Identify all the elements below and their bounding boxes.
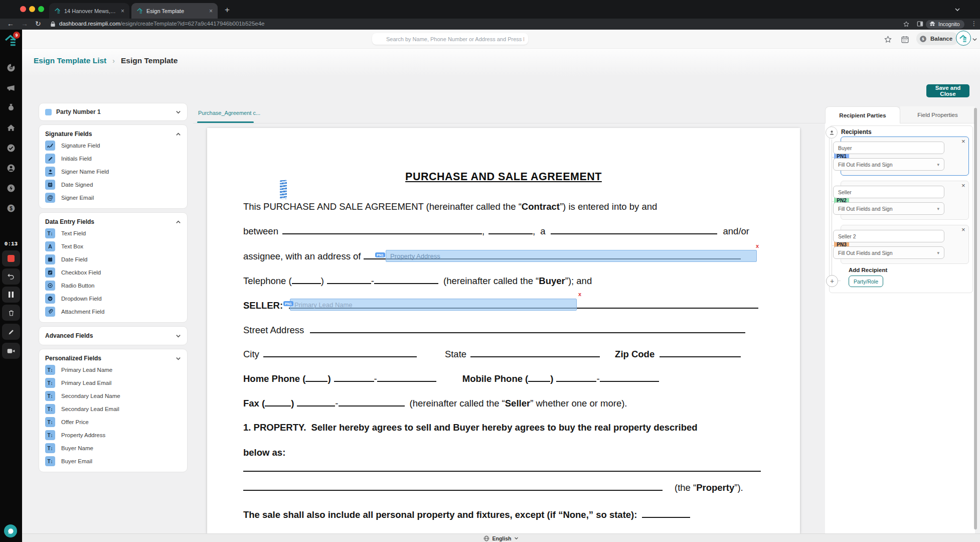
recipients-person-icon [826,126,838,139]
recipient-3-role-select[interactable]: Fill Out Fields and Sign▾ [833,246,944,259]
recipient-1-name-input[interactable] [833,142,944,154]
party-selector[interactable]: Party Number 1 [39,103,188,121]
money-bag-icon[interactable] [6,103,16,113]
recording-restart-button[interactable] [2,268,20,285]
automation-bolt-icon[interactable] [6,183,16,193]
url-text[interactable]: dashboard.resimpli.com/esign/createTempl… [59,21,265,27]
contacts-person-icon[interactable] [6,163,16,173]
bookmark-star-icon[interactable] [903,21,910,28]
field-delete-icon[interactable]: x [578,292,581,297]
reload-icon[interactable]: ↻ [35,20,41,27]
field-item-signer-email[interactable]: @ Signer Email [45,191,181,204]
browser-menu-icon[interactable]: ⋮ [971,20,977,27]
doc-line-1: This PURCHASE AND SALE AGREEMENT (herein… [243,201,765,212]
field-item-text-box[interactable]: A Text Box [45,240,181,253]
campaigns-icon[interactable] [6,83,16,93]
finance-dollar-icon[interactable]: $ [6,203,16,213]
field-item-text-field[interactable]: T↕ Text Field [45,227,181,240]
field-item-offer-price[interactable]: T↕Offer Price [45,416,181,429]
properties-home-icon[interactable] [6,123,16,133]
mac-zoom-button[interactable] [38,6,44,12]
calendar-button[interactable] [898,33,911,46]
field-item-buyer-email[interactable]: T↕Buyer Email [45,455,181,468]
data-entry-fields-header[interactable]: Data Entry Fields [45,217,181,227]
forward-icon[interactable]: → [21,20,28,27]
add-recipient-plus-button[interactable]: + [826,275,838,287]
language-label[interactable]: English [493,535,512,541]
account-avatar[interactable] [956,31,971,46]
party-role-button[interactable]: Party/Role [849,276,883,287]
field-item-property-address[interactable]: T↕Property Address [45,429,181,442]
breadcrumb-link-template-list[interactable]: Esign Template List [34,56,106,65]
signature-scribble-field[interactable] [280,180,287,200]
recipient-2-remove-icon[interactable]: × [961,183,965,189]
annotate-pen-button[interactable] [2,324,20,340]
balance-button[interactable]: $ Balance [916,32,958,45]
dollar-circle-icon: $ [919,35,927,43]
field-item-signer-name[interactable]: Signer Name Field [45,165,181,178]
save-and-close-button[interactable]: Save and Close [926,84,969,97]
field-item-buyer-name[interactable]: T↕Buyer Name [45,442,181,455]
recipient-1-role-select[interactable]: Fill Out Fields and Sign▾ [833,158,944,171]
field-item-signature[interactable]: Signature Field [45,139,181,152]
tab-close-icon[interactable]: × [121,8,124,14]
field-item-radio[interactable]: Radio Button [45,279,181,292]
recipient-3-name-input[interactable] [833,230,944,242]
text-field-icon: T↕ [45,365,55,375]
recipient-2-role-select[interactable]: Fill Out Fields and Sign▾ [833,202,944,215]
recipient-1-remove-icon[interactable]: × [961,139,965,145]
chat-bubble-button[interactable] [4,524,17,537]
field-item-attachment[interactable]: Attachment Field [45,305,181,318]
dashboard-icon[interactable] [6,63,16,73]
property-address-field[interactable]: PN1 Property Address [386,250,757,262]
field-item-secondary-lead-name[interactable]: T↕Secondary Lead Name [45,389,181,402]
browser-tab-2-active[interactable]: Esign Template × [131,3,218,19]
recording-delete-button[interactable] [2,305,20,321]
recipient-2-name-input[interactable] [833,186,944,198]
account-chevron-icon[interactable] [972,37,977,42]
select-arrow-icon: ▾ [937,250,939,255]
field-item-primary-lead-email[interactable]: T↕Primary Lead Email [45,376,181,389]
field-item-dropdown[interactable]: Dropdown Field [45,292,181,305]
recording-pause-button[interactable] [2,287,20,303]
global-search-input[interactable] [372,33,528,45]
notification-badge: 9 [13,32,20,39]
recipients-panel: Recipient Parties Field Properties Recip… [825,106,975,533]
page-scrollbar-thumb[interactable] [974,108,977,529]
language-chevron-icon[interactable] [514,536,519,540]
recipient-3-remove-icon[interactable]: × [961,227,965,233]
personalized-fields-header[interactable]: Personalized Fields [45,353,181,363]
lock-icon[interactable] [50,21,56,27]
tab-search-chevron-icon[interactable] [954,7,960,13]
mac-close-button[interactable] [20,6,26,12]
field-item-date-field[interactable]: Date Field [45,253,181,266]
text-field-icon: T↕ [45,456,55,466]
browser-tab-1[interactable]: 14 Hanover Mews, Middletown × [49,3,129,19]
camera-button[interactable] [2,343,20,359]
tab-close-icon[interactable]: × [209,8,213,14]
side-panel-icon[interactable] [917,21,923,27]
resimpli-logo[interactable]: 9 [4,34,18,47]
field-item-initials[interactable]: Initials Field [45,152,181,165]
text-field-icon: T↕ [45,391,55,401]
recording-stop-button[interactable] [2,250,20,266]
signature-fields-header[interactable]: Signature Fields [45,129,181,139]
field-item-secondary-lead-email[interactable]: T↕Secondary Lead Email [45,402,181,416]
favorites-star-button[interactable] [881,33,894,46]
field-item-date-signed[interactable]: Date Signed [45,178,181,191]
chevron-down-icon [176,333,181,339]
field-item-primary-lead-name[interactable]: T↕Primary Lead Name [45,363,181,376]
mac-minimize-button[interactable] [29,6,35,12]
field-delete-icon[interactable]: x [756,243,759,248]
tasks-check-icon[interactable] [6,143,16,153]
back-icon[interactable]: ← [7,20,14,27]
tab-field-properties[interactable]: Field Properties [900,106,975,123]
tab-recipient-parties[interactable]: Recipient Parties [825,106,900,123]
document-tab[interactable]: Purchase_Agreement c... [198,110,260,116]
breadcrumb-current: Esign Template [121,56,178,65]
new-tab-button[interactable]: + [225,5,230,15]
primary-lead-name-field[interactable]: PN1 Primary Lead Name [290,299,577,311]
advanced-fields-header[interactable]: Advanced Fields [45,331,181,341]
text-field-icon: T↕ [45,417,55,427]
field-item-checkbox[interactable]: Checkbox Field [45,266,181,279]
